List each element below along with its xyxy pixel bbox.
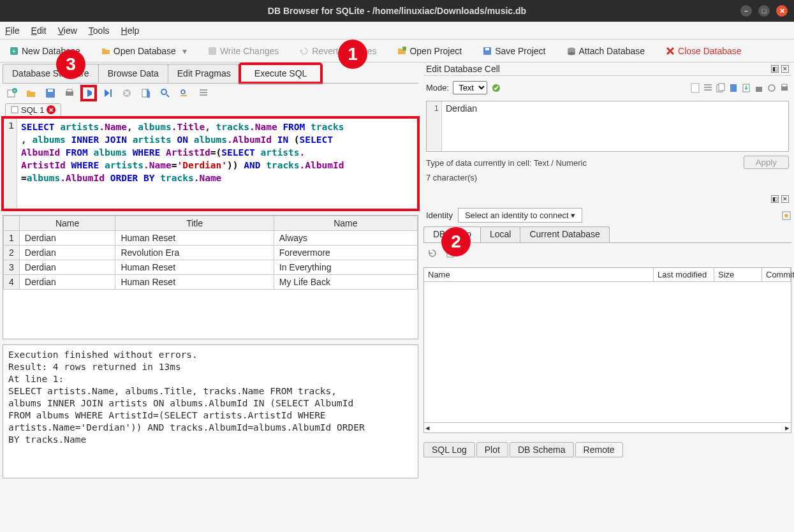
open-project-icon (397, 46, 407, 56)
close-button[interactable]: ✕ (776, 5, 788, 17)
undock-icon[interactable]: ◧ (771, 65, 779, 73)
menu-help[interactable]: Help (121, 26, 140, 36)
new-tab-icon[interactable]: + (6, 87, 18, 99)
cert-icon[interactable] (781, 211, 791, 221)
menu-tools[interactable]: Tools (89, 26, 110, 36)
tab-pragmas[interactable]: Edit Pragmas (168, 64, 240, 83)
save-project-button[interactable]: Save Project (478, 45, 549, 57)
minimize-button[interactable]: – (740, 5, 752, 17)
close-panel-icon[interactable]: ✕ (781, 65, 789, 73)
tab-execute-sql[interactable]: Execute SQL (240, 64, 322, 83)
svg-text:+: + (12, 48, 16, 55)
open-project-button[interactable]: Open Project (393, 45, 466, 57)
indent-icon[interactable] (198, 87, 209, 99)
tab-plot[interactable]: Plot (476, 442, 508, 457)
save-sql-icon[interactable] (45, 87, 56, 99)
tab-browse[interactable]: Browse Data (98, 64, 168, 83)
menu-file[interactable]: File (5, 26, 20, 36)
cell-export-icon[interactable] (742, 83, 751, 93)
sql-editor[interactable]: 1 SELECT artists.Name, albums.Title, tra… (3, 117, 418, 210)
save-icon (482, 46, 492, 56)
results-grid[interactable]: NameTitleName1DerdianHuman ResetAlways2D… (3, 215, 418, 339)
svg-rect-25 (719, 84, 724, 91)
svg-point-8 (568, 52, 575, 55)
menu-view[interactable]: View (58, 26, 77, 36)
tab-remote[interactable]: Remote (575, 442, 623, 457)
identity-label: Identity (423, 211, 453, 220)
svg-rect-15 (67, 89, 72, 92)
cell-null-icon[interactable] (767, 83, 776, 93)
wrap-icon[interactable] (491, 83, 501, 93)
maximize-button[interactable]: □ (758, 5, 770, 17)
file-icon (11, 106, 18, 114)
menu-edit[interactable]: Edit (31, 26, 47, 36)
edit-cell-header: Edit Database Cell ◧ ✕ (423, 63, 791, 75)
cell-paste-icon[interactable] (729, 83, 738, 93)
bottom-panel-tabs: SQL Log Plot DB Schema Remote (423, 440, 791, 457)
annotation-3: 3 (56, 50, 85, 79)
svg-text:+: + (13, 88, 17, 94)
tab-db-schema[interactable]: DB Schema (510, 442, 574, 457)
svg-point-19 (161, 89, 166, 94)
cell-type-info: Type of data currently in cell: Text / N… (426, 156, 587, 170)
write-icon (207, 46, 217, 56)
identity-select[interactable]: Select an identity to connect ▾ (458, 208, 582, 223)
svg-rect-28 (756, 87, 762, 92)
open-db-icon (101, 46, 111, 56)
svg-point-20 (181, 90, 185, 94)
close-remote-icon[interactable]: ✕ (781, 195, 789, 203)
run-sql-button[interactable] (83, 87, 94, 99)
apply-button[interactable]: Apply (744, 156, 789, 169)
main-toolbar: + New Database Open Database▾ Write Chan… (0, 40, 794, 63)
svg-rect-2 (209, 47, 216, 55)
mode-select[interactable]: Text (453, 81, 487, 94)
sql-file-tab[interactable]: SQL 1 ✕ (5, 103, 61, 117)
cell-doc-icon[interactable] (691, 83, 700, 93)
run-line-icon[interactable] (102, 87, 114, 99)
sql-toolbar: + (3, 83, 418, 102)
tab-sql-log[interactable]: SQL Log (423, 442, 475, 457)
status-output[interactable]: Execution finished without errors.Result… (3, 344, 418, 478)
title-bar: DB Browser for SQLite - /home/linuxiac/D… (0, 0, 794, 22)
cell-import-icon[interactable] (754, 83, 763, 93)
cell-copy-icon[interactable] (716, 83, 725, 93)
editor-gutter: 1 (3, 118, 17, 209)
cell-indent-icon[interactable] (703, 83, 712, 93)
col-name[interactable]: Name (424, 268, 654, 281)
col-last-modified[interactable]: Last modified (654, 268, 714, 281)
find-replace-icon[interactable] (179, 87, 190, 99)
new-db-icon: + (9, 46, 19, 56)
close-tab-icon[interactable]: ✕ (47, 105, 55, 114)
stop-icon[interactable] (121, 87, 133, 99)
print-icon[interactable] (64, 87, 75, 99)
close-database-button[interactable]: Close Database (661, 45, 746, 57)
cell-text-editor[interactable]: 1 Derdian (426, 101, 789, 152)
revert-icon (299, 46, 309, 56)
svg-rect-13 (48, 89, 53, 92)
svg-rect-5 (485, 48, 489, 50)
svg-rect-3 (402, 47, 406, 50)
cell-length-info: 7 character(s) (426, 170, 587, 185)
close-db-icon (665, 46, 675, 56)
col-commit[interactable]: Commit (762, 268, 791, 281)
horizontal-scrollbar[interactable]: ◂▸ (424, 422, 791, 432)
svg-rect-21 (11, 107, 18, 113)
attach-database-button[interactable]: Attach Database (562, 45, 649, 57)
cell-print-icon[interactable] (780, 83, 789, 93)
svg-point-29 (768, 85, 775, 91)
open-database-button[interactable]: Open Database▾ (97, 45, 191, 57)
svg-rect-31 (782, 84, 787, 87)
save-results-icon[interactable] (140, 87, 152, 99)
col-size[interactable]: Size (714, 268, 762, 281)
open-sql-icon[interactable] (26, 87, 37, 99)
refresh-icon[interactable] (427, 248, 437, 258)
find-icon[interactable] (159, 87, 171, 99)
annotation-1: 1 (338, 40, 367, 69)
window-title: DB Browser for SQLite - /home/linuxiac/D… (268, 6, 526, 16)
annotation-2: 2 (441, 227, 471, 256)
tab-current-db[interactable]: Current Database (520, 226, 610, 242)
attach-icon (566, 46, 577, 56)
tab-local[interactable]: Local (480, 226, 520, 242)
remote-file-list[interactable]: Name Last modified Size Commit ◂▸ (423, 267, 791, 433)
undock-remote-icon[interactable]: ◧ (771, 195, 779, 203)
